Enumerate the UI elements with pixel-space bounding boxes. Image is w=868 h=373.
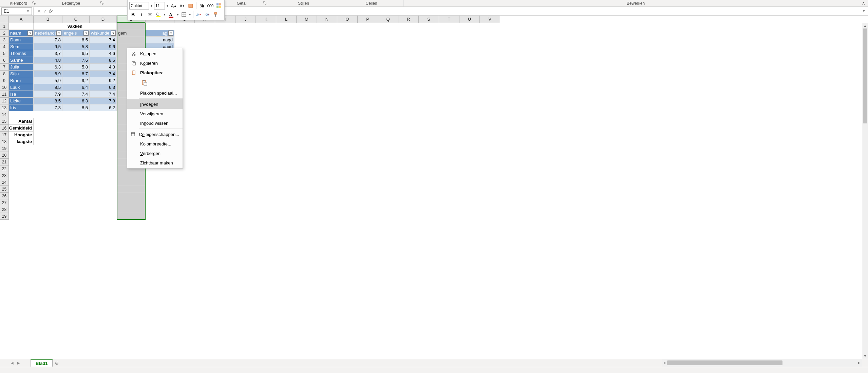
row-header[interactable]: 23 [0,172,9,179]
column-header[interactable]: Q [378,16,398,23]
sheet-prev-icon[interactable]: ◄ [10,360,14,366]
cell[interactable]: 7,4 [90,71,117,77]
cell[interactable]: 6,3 [34,64,62,71]
filter-dropdown-icon[interactable] [56,31,61,36]
row-header[interactable]: 8 [0,71,9,77]
conditional-format-icon[interactable] [215,2,223,9]
format-painter-icon[interactable] [212,11,220,18]
menu-column-width[interactable]: Kolombreedte... [127,139,183,149]
cell-merged-title[interactable]: vakken [34,23,117,30]
cell[interactable]: Daan [9,37,34,43]
cell[interactable]: 6,2 [90,104,117,111]
menu-insert[interactable]: Invoegen [127,99,183,109]
cell[interactable] [9,23,34,30]
column-header[interactable]: C [62,16,90,23]
column-header[interactable]: L [276,16,297,23]
cell[interactable]: gem [117,30,146,37]
row-header[interactable]: 24 [0,179,9,186]
cell[interactable]: Isa [9,91,34,98]
cell[interactable]: 8,5 [62,104,90,111]
font-size-input[interactable] [154,2,165,9]
column-header[interactable]: N [317,16,337,23]
row-header[interactable]: 2 [0,30,9,37]
column-header[interactable]: S [419,16,439,23]
row-header[interactable]: 9 [0,77,9,84]
menu-paste-special[interactable]: Plakken speciaal... [127,88,183,98]
cell[interactable]: 6,3 [90,84,117,91]
filter-dropdown-icon[interactable] [111,31,116,36]
column-header[interactable]: P [358,16,378,23]
menu-unhide[interactable]: Zichtbaar maken [127,158,183,168]
column-header[interactable]: D [90,16,117,23]
cell[interactable]: ag [146,30,174,37]
row-header[interactable]: 6 [0,57,9,64]
filter-dropdown-icon[interactable] [27,31,33,36]
row-header[interactable]: 22 [0,165,9,172]
cell[interactable]: nederlands [34,30,62,37]
expand-formula-icon[interactable]: ▾ [860,9,868,13]
select-all-corner[interactable] [0,16,9,23]
column-header[interactable]: V [480,16,500,23]
row-header[interactable]: 27 [0,199,9,206]
comma-icon[interactable]: 000 [207,2,214,9]
cell[interactable]: Hoogste [9,132,34,138]
cell[interactable]: 7,8 [34,37,62,43]
cell[interactable]: wiskunde [90,30,117,37]
cell[interactable] [117,172,146,179]
cell[interactable]: 6,3 [62,98,90,104]
row-header[interactable]: 29 [0,213,9,220]
column-header[interactable]: M [297,16,317,23]
cell[interactable] [117,193,146,199]
cell[interactable]: 6,4 [62,84,90,91]
row-header[interactable]: 4 [0,43,9,50]
cell[interactable]: 5,8 [62,64,90,71]
bold-icon[interactable]: B [129,11,137,18]
row-header[interactable]: 16 [0,125,9,132]
sheet-nav[interactable]: ◄ ► [0,360,31,366]
cell[interactable]: Sem [9,43,34,50]
row-header[interactable]: 12 [0,98,9,104]
cell[interactable]: 4,6 [90,50,117,57]
add-sheet-icon[interactable]: ⊕ [53,360,61,366]
row-header[interactable]: 7 [0,64,9,71]
cell[interactable]: 8,5 [34,84,62,91]
cell[interactable]: 8,5 [34,98,62,104]
column-header[interactable]: R [398,16,419,23]
row-header[interactable]: 28 [0,206,9,213]
filter-dropdown-icon[interactable] [83,31,89,36]
filter-dropdown-icon[interactable] [168,31,173,36]
cell[interactable] [117,199,146,206]
fill-color-icon[interactable] [155,11,162,18]
row-header[interactable]: 14 [0,111,9,118]
row-header[interactable]: 13 [0,104,9,111]
menu-clear-contents[interactable]: Inhoud wissen [127,118,183,128]
cell[interactable]: 7,4 [62,91,90,98]
row-header[interactable]: 25 [0,186,9,193]
cell[interactable]: 4,3 [90,64,117,71]
row-header[interactable]: 19 [0,145,9,152]
cell[interactable]: 7,3 [34,104,62,111]
column-header[interactable]: J [235,16,256,23]
row-header[interactable]: 5 [0,50,9,57]
cell[interactable]: Thomas [9,50,34,57]
column-header[interactable]: B [34,16,62,23]
row-header[interactable]: 21 [0,159,9,165]
cell[interactable] [117,213,146,220]
cell[interactable]: Aantal [9,118,34,125]
cell[interactable]: Sanne [9,57,34,64]
cell[interactable] [117,206,146,213]
cell[interactable] [117,179,146,186]
cell[interactable]: naam [9,30,34,37]
cell[interactable]: 9,2 [90,77,117,84]
dialog-launcher-icon[interactable] [100,1,104,5]
cell[interactable]: 7,8 [90,98,117,104]
menu-delete[interactable]: Verwijderen [127,109,183,118]
menu-cut[interactable]: Knippen [127,49,183,58]
dialog-launcher-icon[interactable] [32,1,36,5]
decrease-decimal-icon[interactable]: .0 [195,11,203,18]
cell[interactable] [117,186,146,193]
column-header[interactable]: U [459,16,480,23]
sheet-next-icon[interactable]: ► [16,360,21,366]
row-header[interactable]: 20 [0,152,9,159]
row-header[interactable]: 11 [0,91,9,98]
